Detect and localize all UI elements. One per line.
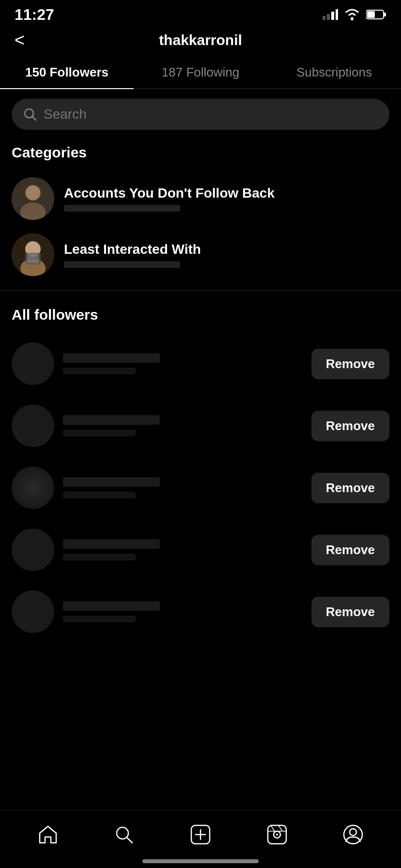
follower-avatar-2 <box>12 404 54 447</box>
category-item-no-follow-back[interactable]: Accounts You Don't Follow Back <box>12 170 389 227</box>
follower-left-2 <box>12 404 311 447</box>
follower-item-3: Remove <box>0 457 401 519</box>
follower-left-3 <box>12 466 311 509</box>
follower-sub-bar-5 <box>63 616 136 622</box>
follower-avatar-4 <box>12 528 54 571</box>
header-title: thakkarronil <box>159 32 242 48</box>
follower-left-4 <box>12 528 311 571</box>
tabs: 150 Followers 187 Following Subscription… <box>0 56 401 89</box>
remove-button-2[interactable]: Remove <box>311 411 389 441</box>
tab-following[interactable]: 187 Following <box>134 56 267 89</box>
follower-info-1 <box>63 353 311 374</box>
reels-icon <box>264 822 290 847</box>
svg-line-9 <box>32 117 36 120</box>
follower-item-5: Remove <box>0 581 401 643</box>
follower-item-1: Remove <box>0 333 401 395</box>
category-item-least-interacted[interactable]: Least Interacted With <box>12 227 389 283</box>
nav-search[interactable] <box>86 822 163 847</box>
search-icon <box>23 108 37 121</box>
signal-icon <box>323 9 338 20</box>
svg-rect-2 <box>331 12 334 20</box>
all-followers-title: All followers <box>0 299 401 333</box>
follower-avatar-5 <box>12 590 54 633</box>
avatar-image-1 <box>12 177 54 220</box>
svg-rect-3 <box>336 9 338 20</box>
svg-point-13 <box>26 186 40 200</box>
svg-point-26 <box>276 834 278 836</box>
svg-line-29 <box>278 825 282 831</box>
category-list: Accounts You Don't Follow Back <box>0 170 401 283</box>
svg-rect-1 <box>327 14 330 20</box>
svg-point-4 <box>351 17 354 20</box>
header: < thakkarronil <box>0 27 401 56</box>
back-button[interactable]: < <box>15 31 25 49</box>
category-name-2: Least Interacted With <box>64 242 389 257</box>
category-name-1: Accounts You Don't Follow Back <box>64 186 389 201</box>
home-icon <box>35 822 61 847</box>
battery-icon <box>366 9 386 20</box>
follower-avatar-1 <box>12 342 54 385</box>
search-container <box>0 89 401 140</box>
follower-sub-bar-2 <box>63 430 136 436</box>
follower-info-4 <box>63 539 311 560</box>
all-followers-section: All followers Remove <box>0 299 401 648</box>
tab-followers[interactable]: 150 Followers <box>0 56 134 89</box>
follower-info-3 <box>63 477 311 498</box>
status-icons <box>323 8 386 21</box>
profile-icon <box>340 822 366 847</box>
status-bar: 11:27 <box>0 0 401 27</box>
categories-title: Categories <box>0 140 401 170</box>
category-avatar-1 <box>12 177 54 220</box>
follower-info-2 <box>63 415 311 436</box>
follower-sub-bar-4 <box>63 554 136 560</box>
follower-left-5 <box>12 590 311 633</box>
follower-name-bar-3 <box>63 477 160 487</box>
status-time: 11:27 <box>15 6 54 24</box>
follower-name-bar-2 <box>63 415 160 425</box>
follower-name-bar-4 <box>63 539 160 549</box>
follower-avatar-3 <box>12 466 54 509</box>
follower-name-bar-1 <box>63 353 160 363</box>
svg-point-31 <box>350 829 356 836</box>
follower-name-bar-5 <box>63 601 160 611</box>
follower-info-5 <box>63 601 311 622</box>
tab-subscriptions[interactable]: Subscriptions <box>267 56 401 89</box>
category-avatar-2 <box>12 233 54 276</box>
search-input[interactable] <box>44 107 378 122</box>
search-box[interactable] <box>12 99 389 130</box>
svg-rect-0 <box>323 16 325 20</box>
follower-left-1 <box>12 342 311 385</box>
section-divider <box>0 291 401 291</box>
avatar-image-2 <box>12 233 54 276</box>
svg-rect-6 <box>384 13 386 16</box>
follower-item-2: Remove <box>0 395 401 457</box>
search-nav-icon <box>111 822 137 847</box>
svg-line-20 <box>127 837 132 843</box>
category-sub-2 <box>64 261 180 268</box>
nav-reels[interactable] <box>239 822 315 847</box>
svg-line-28 <box>271 825 275 831</box>
categories-section: Categories Accounts You Don't Follow <box>0 140 401 283</box>
nav-profile[interactable] <box>315 822 391 847</box>
remove-button-3[interactable]: Remove <box>311 473 389 503</box>
followers-list: Remove Remove <box>0 333 401 643</box>
category-sub-1 <box>64 205 180 212</box>
svg-rect-18 <box>27 254 39 263</box>
follower-item-4: Remove <box>0 519 401 581</box>
category-info-1: Accounts You Don't Follow Back <box>64 186 389 212</box>
nav-home[interactable] <box>10 822 86 847</box>
category-info-2: Least Interacted With <box>64 242 389 268</box>
home-indicator <box>142 859 259 863</box>
follower-sub-bar-1 <box>63 368 136 374</box>
remove-button-5[interactable]: Remove <box>311 597 389 627</box>
remove-button-4[interactable]: Remove <box>311 535 389 565</box>
follower-sub-bar-3 <box>63 492 136 498</box>
svg-rect-7 <box>367 11 375 18</box>
remove-button-1[interactable]: Remove <box>311 349 389 379</box>
create-icon <box>188 822 213 847</box>
wifi-icon <box>344 8 360 21</box>
nav-create[interactable] <box>162 822 239 847</box>
